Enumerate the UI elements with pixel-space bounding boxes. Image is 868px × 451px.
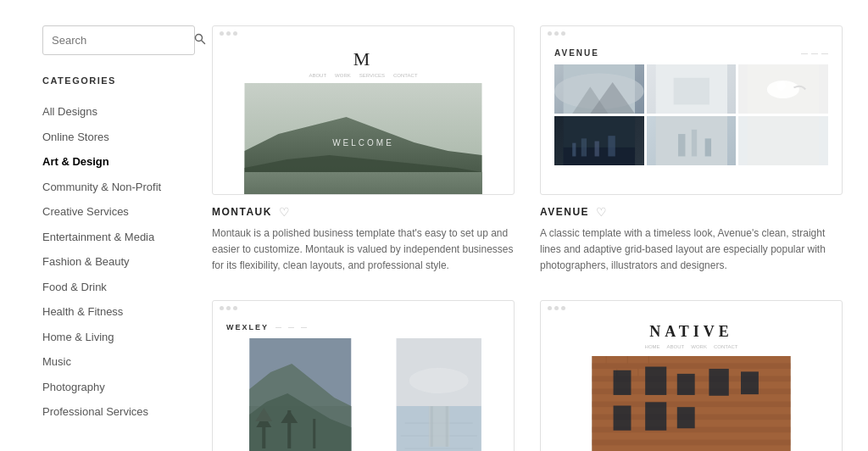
avenue-meta: AVENUE ♡ (540, 205, 843, 219)
sidebar-item-online-stores[interactable]: Online Stores (42, 125, 186, 150)
native-hero-image (554, 356, 828, 451)
template-card-montauk: M ABOUT WORK SERVICES CONTACT (212, 25, 515, 275)
svg-point-45 (409, 368, 468, 393)
main-content: M ABOUT WORK SERVICES CONTACT (203, 17, 868, 451)
wexley-main-image (226, 338, 375, 451)
categories-label: CATEGORIES (42, 75, 186, 86)
svg-rect-64 (741, 371, 759, 394)
sidebar-item-entertainment-media[interactable]: Entertainment & Media (42, 225, 186, 250)
wexley-images (226, 338, 500, 451)
svg-rect-63 (709, 369, 728, 396)
svg-rect-61 (645, 366, 666, 394)
avenue-logo: AVENUE (554, 48, 599, 58)
montauk-name: MONTAUK (212, 206, 272, 218)
svg-rect-19 (595, 142, 599, 157)
svg-rect-18 (581, 138, 587, 156)
window-dot (554, 31, 559, 36)
svg-rect-17 (572, 143, 576, 157)
svg-rect-42 (430, 404, 432, 447)
window-dots-montauk (213, 26, 244, 41)
window-dot (226, 306, 231, 310)
template-card-avenue: AVENUE — — — (540, 25, 843, 275)
svg-rect-62 (677, 373, 695, 394)
montauk-description: Montauk is a polished business template … (212, 226, 515, 275)
window-dot (548, 31, 552, 36)
sidebar-item-fashion-beauty[interactable]: Fashion & Beauty (42, 249, 186, 275)
template-preview-wexley[interactable]: WEXLEY — — — (212, 300, 515, 451)
avenue-cell-5 (647, 116, 737, 165)
avenue-header-controls: — — — (801, 49, 828, 57)
template-preview-native[interactable]: NATIVE HOME ABOUT WORK CONTACT (540, 300, 843, 451)
montauk-hero-image: WELCOME (226, 83, 500, 195)
window-dots-wexley (213, 301, 244, 315)
sidebar-item-all-designs[interactable]: All Designs (42, 99, 186, 125)
wexley-logo: WEXLEY (226, 323, 269, 331)
sidebar-item-home-living[interactable]: Home & Living (42, 325, 186, 350)
avenue-header: AVENUE — — — (554, 48, 828, 58)
svg-point-14 (777, 81, 787, 91)
native-logo: NATIVE (649, 323, 733, 341)
template-preview-montauk[interactable]: M ABOUT WORK SERVICES CONTACT (212, 25, 515, 195)
template-card-native: NATIVE HOME ABOUT WORK CONTACT (540, 300, 843, 451)
window-dot (220, 31, 224, 36)
svg-rect-66 (645, 402, 666, 430)
wexley-header: WEXLEY — — — (226, 323, 500, 331)
template-preview-avenue[interactable]: AVENUE — — — (540, 25, 843, 195)
svg-rect-24 (704, 138, 710, 156)
window-dot (233, 31, 237, 36)
window-dots-avenue (541, 26, 572, 41)
svg-rect-11 (673, 78, 709, 105)
window-dot (561, 31, 565, 36)
search-input[interactable] (52, 34, 194, 47)
svg-rect-5 (245, 172, 482, 195)
svg-rect-60 (614, 370, 632, 394)
avenue-favorite[interactable]: ♡ (596, 205, 607, 219)
montauk-meta: MONTAUK ♡ (212, 205, 515, 219)
window-dots-native (541, 301, 572, 315)
avenue-cell-2 (647, 64, 737, 114)
templates-grid: M ABOUT WORK SERVICES CONTACT (212, 25, 843, 451)
search-box[interactable] (42, 25, 195, 55)
window-dot (548, 306, 552, 310)
wexley-side-image (377, 338, 500, 451)
svg-rect-65 (614, 405, 632, 430)
sidebar-item-community-nonprofit[interactable]: Community & Non-Profit (42, 175, 186, 200)
categories-nav: All Designs Online Stores Art & Design C… (42, 99, 186, 425)
sidebar-item-food-drink[interactable]: Food & Drink (42, 275, 186, 300)
montauk-logo: M (353, 48, 374, 70)
window-dot (220, 306, 224, 310)
sidebar-item-music[interactable]: Music (42, 349, 186, 375)
avenue-cell-1 (554, 64, 644, 114)
sidebar-item-professional-services[interactable]: Professional Services (42, 399, 186, 425)
avenue-name: AVENUE (540, 206, 589, 218)
svg-rect-48 (593, 363, 791, 369)
montauk-nav: ABOUT WORK SERVICES CONTACT (309, 73, 417, 78)
window-dot (226, 31, 231, 36)
sidebar-item-art-design[interactable]: Art & Design (42, 149, 186, 175)
montauk-overlay-text: WELCOME (332, 138, 394, 148)
svg-rect-43 (445, 404, 448, 447)
window-dot (554, 306, 559, 310)
template-card-wexley: WEXLEY — — — (212, 300, 515, 451)
avenue-description: A classic template with a timeless look,… (540, 226, 843, 275)
window-dot (561, 306, 565, 310)
svg-rect-35 (313, 419, 315, 448)
svg-rect-25 (748, 116, 819, 165)
avenue-cell-3 (738, 64, 828, 114)
svg-rect-67 (677, 407, 695, 428)
svg-rect-54 (593, 439, 791, 445)
sidebar-item-health-fitness[interactable]: Health & Fitness (42, 299, 186, 325)
svg-rect-20 (608, 136, 615, 156)
avenue-photo-grid (554, 64, 828, 165)
native-nav: HOME ABOUT WORK CONTACT (645, 344, 738, 349)
sidebar-item-photography[interactable]: Photography (42, 375, 186, 400)
svg-rect-22 (678, 134, 685, 156)
sidebar: CATEGORIES All Designs Online Stores Art… (0, 17, 203, 451)
sidebar-item-creative-services[interactable]: Creative Services (42, 199, 186, 225)
avenue-cell-4 (554, 116, 644, 165)
svg-rect-23 (691, 130, 696, 157)
avenue-cell-6 (738, 116, 828, 165)
window-dot (233, 306, 237, 310)
montauk-favorite[interactable]: ♡ (279, 205, 290, 219)
